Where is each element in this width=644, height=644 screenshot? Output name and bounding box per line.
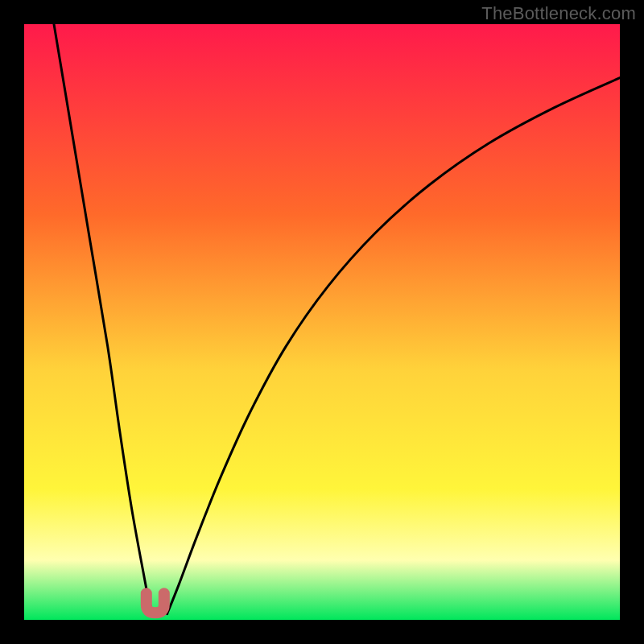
bottleneck-chart [24,24,620,620]
chart-frame: TheBottleneck.com [0,0,644,644]
watermark-text: TheBottleneck.com [481,3,636,24]
gradient-background [24,24,620,620]
